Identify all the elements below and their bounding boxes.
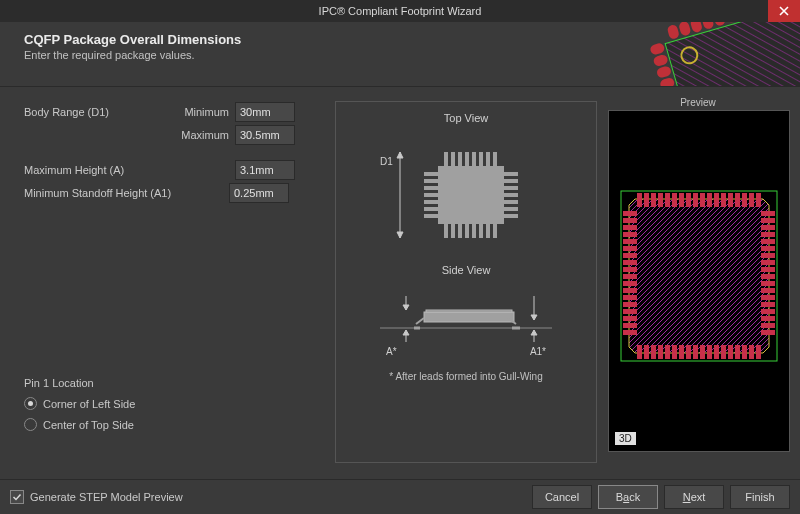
svg-rect-100 [623, 274, 637, 279]
svg-rect-118 [761, 274, 775, 279]
max-height-input[interactable] [235, 160, 295, 180]
svg-rect-42 [504, 200, 518, 204]
svg-rect-124 [761, 316, 775, 321]
svg-rect-46 [424, 312, 514, 322]
svg-rect-89 [749, 345, 754, 359]
svg-rect-120 [761, 288, 775, 293]
top-view-diagram: D1 [366, 134, 566, 254]
svg-rect-34 [424, 193, 438, 197]
pin1-corner-label: Corner of Left Side [43, 398, 135, 410]
svg-rect-92 [623, 218, 637, 223]
svg-rect-24 [451, 224, 455, 238]
pin1-corner-radio[interactable]: Corner of Left Side [24, 397, 135, 410]
cancel-button[interactable]: Cancel [532, 485, 592, 509]
svg-rect-26 [465, 224, 469, 238]
svg-rect-35 [424, 200, 438, 204]
pin1-center-label: Center of Top Side [43, 419, 134, 431]
svg-rect-94 [623, 232, 637, 237]
generate-step-checkbox[interactable]: Generate STEP Model Preview [10, 490, 183, 504]
svg-rect-15 [444, 152, 448, 166]
svg-rect-85 [721, 345, 726, 359]
svg-rect-62 [686, 193, 691, 207]
svg-rect-93 [623, 225, 637, 230]
svg-rect-47 [426, 310, 512, 312]
svg-rect-75 [651, 345, 656, 359]
svg-rect-109 [761, 211, 775, 216]
body-range-max-input[interactable] [235, 125, 295, 145]
svg-rect-23 [444, 224, 448, 238]
minimum-label: Minimum [174, 106, 235, 118]
svg-rect-41 [504, 193, 518, 197]
svg-rect-56 [644, 193, 649, 207]
close-button[interactable] [768, 0, 800, 22]
svg-rect-81 [693, 345, 698, 359]
svg-rect-37 [424, 214, 438, 218]
finish-button[interactable]: Finish [730, 485, 790, 509]
pin1-title: Pin 1 Location [24, 377, 135, 389]
svg-rect-86 [728, 345, 733, 359]
svg-rect-90 [756, 345, 761, 359]
svg-rect-119 [761, 281, 775, 286]
svg-rect-76 [658, 345, 663, 359]
svg-rect-32 [424, 179, 438, 183]
wizard-body: Body Range (D1) Minimum Maximum Maximum … [0, 87, 800, 477]
svg-rect-7 [667, 24, 680, 40]
back-button[interactable]: Back [598, 485, 658, 509]
svg-rect-114 [761, 246, 775, 251]
next-button[interactable]: Next [664, 485, 724, 509]
svg-rect-58 [658, 193, 663, 207]
titlebar: IPC® Compliant Footprint Wizard [0, 0, 800, 22]
svg-rect-72 [756, 193, 761, 207]
svg-rect-101 [623, 281, 637, 286]
preview-canvas[interactable]: 3D [608, 110, 790, 452]
svg-rect-106 [623, 316, 637, 321]
side-view-labels: A* A1* [376, 346, 556, 357]
side-view-diagram [366, 284, 566, 344]
preview-panel: Preview [608, 101, 788, 452]
svg-rect-68 [728, 193, 733, 207]
svg-rect-60 [672, 193, 677, 207]
svg-rect-10 [701, 22, 714, 30]
a1-label: A1* [530, 346, 546, 357]
svg-rect-43 [504, 207, 518, 211]
svg-rect-17 [458, 152, 462, 166]
svg-rect-36 [424, 207, 438, 211]
svg-rect-123 [761, 309, 775, 314]
svg-rect-59 [665, 193, 670, 207]
svg-rect-20 [479, 152, 483, 166]
svg-rect-31 [424, 172, 438, 176]
svg-rect-22 [493, 152, 497, 166]
body-range-label: Body Range (D1) [24, 106, 174, 118]
svg-rect-19 [472, 152, 476, 166]
generate-step-label: Generate STEP Model Preview [30, 491, 183, 503]
svg-rect-69 [735, 193, 740, 207]
svg-rect-21 [486, 152, 490, 166]
svg-rect-67 [721, 193, 726, 207]
min-standoff-input[interactable] [229, 183, 289, 203]
svg-rect-55 [637, 193, 642, 207]
body-range-min-input[interactable] [235, 102, 295, 122]
svg-rect-65 [707, 193, 712, 207]
svg-rect-25 [458, 224, 462, 238]
maximum-label: Maximum [174, 129, 235, 141]
svg-rect-4 [653, 54, 669, 67]
svg-rect-99 [623, 267, 637, 272]
pin1-center-radio[interactable]: Center of Top Side [24, 418, 135, 431]
svg-rect-104 [623, 302, 637, 307]
pin1-panel: Pin 1 Location Corner of Left Side Cente… [24, 377, 135, 439]
svg-rect-110 [761, 218, 775, 223]
svg-rect-70 [742, 193, 747, 207]
window-title: IPC® Compliant Footprint Wizard [319, 5, 482, 17]
svg-rect-44 [504, 214, 518, 218]
min-standoff-label: Minimum Standoff Height (A1) [24, 187, 229, 199]
header-art [610, 22, 800, 86]
svg-rect-88 [742, 345, 747, 359]
diagram-panel: Top View D1 [335, 101, 597, 463]
svg-rect-16 [451, 152, 455, 166]
3d-toggle[interactable]: 3D [615, 432, 636, 445]
a-label: A* [386, 346, 397, 357]
max-height-label: Maximum Height (A) [24, 164, 174, 176]
svg-rect-38 [504, 172, 518, 176]
svg-rect-57 [651, 193, 656, 207]
svg-rect-103 [623, 295, 637, 300]
